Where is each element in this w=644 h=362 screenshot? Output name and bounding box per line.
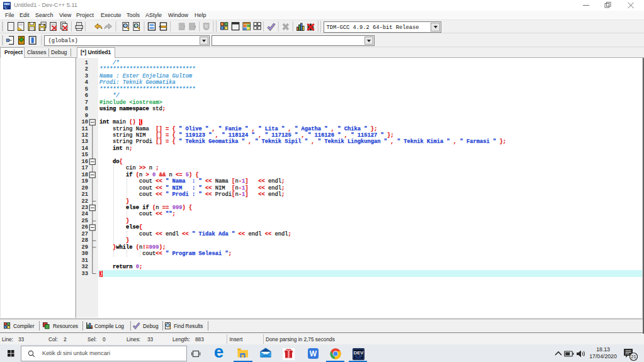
svg-text:W: W	[309, 349, 317, 358]
svg-text:e: e	[215, 346, 223, 359]
svg-text:21: 21	[631, 354, 636, 359]
svg-text:DEV: DEV	[4, 3, 10, 6]
svg-text:DEV: DEV	[353, 349, 363, 355]
